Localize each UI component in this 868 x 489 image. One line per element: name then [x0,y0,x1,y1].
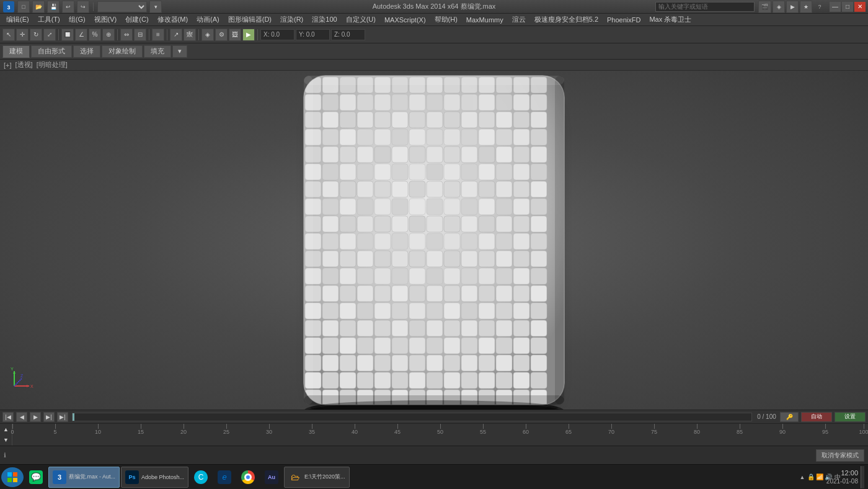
taskbar-au[interactable]: Au [260,466,283,488]
menu-maxmummy[interactable]: MaxMummy [463,15,507,25]
tab-selection[interactable]: 选择 [73,45,100,58]
tab-modeling[interactable]: 建模 [2,45,30,58]
menu-maxscript[interactable]: MAXScript(X) [381,15,430,25]
spinner-snap-btn[interactable]: ⊕ [102,29,115,41]
menu-phoenixfd[interactable]: PhoenixFD [603,15,644,25]
3d-canvas[interactable]: // This won't run here in SVG context, p… [0,71,868,410]
menu-help[interactable]: 帮助(H) [431,14,461,25]
render-frame-btn[interactable]: 🖼 [229,29,241,41]
mirror-btn[interactable]: ⇔ [120,29,133,41]
tab-object-paint[interactable]: 对象绘制 [102,45,143,58]
align-btn[interactable]: ⊟ [134,29,146,41]
ruler-btn-top[interactable]: ▲ [3,426,9,433]
curve-editor-btn[interactable]: ↗ [170,29,182,41]
layer-btn[interactable]: ≡ [152,29,164,41]
start-button[interactable] [1,467,24,487]
svg-rect-103 [513,181,529,197]
set-key-btn[interactable]: 设置 [835,412,866,422]
svg-rect-38 [357,112,373,128]
taskbar-photoshop[interactable]: Ps Adobe Photosh... [121,467,188,488]
cancel-expert-btn[interactable]: 取消专家模式 [816,449,864,462]
menu-create[interactable]: 创建(C) [122,14,152,25]
taskbar-files[interactable]: 🗁 E:\天竹2020策... [284,467,350,488]
clock-display[interactable]: 12:00 2021-01-08 [826,469,858,485]
scale-icon[interactable]: ⤢ [43,29,56,41]
menu-customize[interactable]: 自定义(U) [342,14,379,25]
menu-render100[interactable]: 渲染100 [308,14,340,25]
render-btn[interactable]: ▶ [242,29,255,41]
taskbar-chrome[interactable] [237,466,259,488]
menu-group[interactable]: 组(G) [65,14,89,25]
viewport-main[interactable]: // This won't run here in SVG context, p… [0,71,868,410]
maximize-button[interactable]: □ [842,2,853,12]
render-icon[interactable]: ▶ [786,1,799,13]
main-toolbar: ↖ ✛ ↻ ⤢ 🔲 ∠ % ⊕ ⇔ ⊟ ≡ ↗ 🕸 ◈ ⚙ 🖼 ▶ X: 0.0… [0,26,868,43]
angle-snap-btn[interactable]: ∠ [75,29,87,41]
snap-btn[interactable]: 🔲 [61,29,74,41]
tray-arrow-icon[interactable]: ▲ [799,474,805,480]
svg-rect-287 [7,472,12,477]
star-icon[interactable]: ★ [800,1,812,13]
timeline-key-btn[interactable]: 🔑 [780,412,799,422]
menu-graph-editor[interactable]: 图形编辑器(D) [224,14,275,25]
select-icon[interactable]: ↖ [2,29,15,41]
ruler-btn-bottom[interactable]: ▼ [3,437,9,443]
timeline-prev-btn[interactable]: |◀ [2,412,14,422]
auto-key-btn[interactable]: 自动 [801,412,832,422]
svg-rect-181 [409,285,425,302]
menu-view[interactable]: 视图(V) [91,14,121,25]
search-input[interactable] [655,2,755,12]
close-button[interactable]: ✕ [854,2,866,12]
taskbar-3dsmax[interactable]: 3 蔡编觉.max - Aut... [48,467,120,488]
workspace-dropdown-btn[interactable]: ▾ [149,1,162,13]
new-btn[interactable]: □ [17,1,30,13]
title-bar: 3 □ 📂 💾 ↩ ↪ 工作区: 默认 ▾ Autodesk 3ds Max 2… [0,0,868,14]
menu-cloud[interactable]: 渲云 [508,14,529,25]
timeline-prev-frame-btn[interactable]: ◀ [16,412,27,422]
extra-tab-btn[interactable]: ▾ [172,45,187,58]
taskbar-clash[interactable]: C [190,466,212,488]
menu-tools[interactable]: 工具(T) [34,14,64,25]
menu-edit[interactable]: 编辑(E) [2,14,33,25]
percent-snap-btn[interactable]: % [89,29,101,41]
render-setup-icon[interactable]: 🎬 [758,1,771,13]
menu-modifiers[interactable]: 修改器(M) [154,14,192,25]
show-desktop-btn[interactable] [861,466,864,488]
timeline-next-frame-btn[interactable]: ▶| [43,412,55,422]
taskbar-edge[interactable]: e [213,466,236,488]
material-editor-btn[interactable]: ◈ [202,29,214,41]
menu-speed[interactable]: 极速瘦身安全归档5.2 [531,14,602,25]
help-icon[interactable]: ? [813,1,826,13]
render-setup-btn[interactable]: ⚙ [215,29,228,41]
timeline-play-btn[interactable]: ▶ [30,412,41,422]
undo-btn[interactable]: ↩ [62,1,74,13]
ruler-label-0: 0 [11,429,14,435]
material-editor-icon[interactable]: ◈ [773,1,785,13]
timeline-track[interactable] [72,413,752,421]
schematic-view-btn[interactable]: 🕸 [184,29,196,41]
viewport-shade-label[interactable]: [明暗处理] [37,60,68,70]
redo-btn[interactable]: ↪ [77,1,89,13]
woven-cube-main [279,71,589,410]
save-btn[interactable]: 💾 [47,1,60,13]
minimize-button[interactable]: — [830,2,841,12]
svg-rect-125 [409,216,425,232]
svg-rect-30 [461,94,477,110]
viewport-mode-label[interactable]: [透视] [16,60,33,70]
workspace-select[interactable]: 工作区: 默认 [97,1,147,12]
svg-rect-166 [392,268,408,284]
tab-fill[interactable]: 填充 [144,45,171,58]
timeline-next-btn[interactable]: ▶| [57,412,68,422]
menu-animation[interactable]: 动画(A) [193,14,223,25]
rotate-icon[interactable]: ↻ [30,29,42,41]
menu-render[interactable]: 渲染(R) [277,14,307,25]
menu-antivirus[interactable]: Max 杀毒卫士 [645,14,695,25]
svg-rect-69 [409,146,425,163]
viewport-plus[interactable]: [+] [4,61,12,69]
tab-freeform[interactable]: 自由形式 [31,45,72,58]
svg-rect-48 [531,112,547,128]
open-btn[interactable]: 📂 [32,1,45,13]
taskbar-wechat[interactable]: 💬 [25,466,47,488]
svg-rect-224 [427,338,443,354]
move-icon[interactable]: ✛ [16,29,29,41]
